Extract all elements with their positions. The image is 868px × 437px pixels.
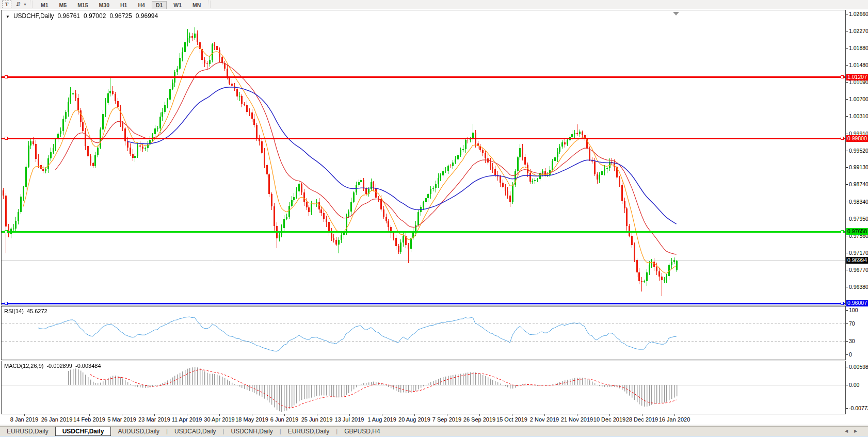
price-tick-mark [846, 134, 848, 134]
ohlc-open: 0.96761 [58, 12, 80, 20]
macd-tick-label: 0.005986 [849, 364, 868, 370]
timeframe-button-w1[interactable]: W1 [169, 1, 186, 9]
date-tick-mark [609, 414, 610, 416]
price-tick-label: 1.02270 [849, 28, 868, 34]
price-flag-0.99800: 0.99800 [846, 135, 868, 142]
timeframe-button-m15[interactable]: M15 [73, 1, 92, 9]
timeframe-button-h1[interactable]: H1 [116, 1, 131, 9]
chart-tab-usdcad-daily[interactable]: USDCAD,Daily [168, 427, 223, 435]
tab-scroll-right-button[interactable]: ▶ [853, 429, 859, 434]
price-tick-label: 0.99520 [849, 148, 868, 154]
date-tick-mark [187, 414, 187, 416]
chart-tab-eurusd-daily[interactable]: EURUSD,Daily [0, 427, 55, 435]
price-flag-1.01207: 1.01207 [846, 74, 868, 80]
macd-tick-mark [846, 367, 848, 367]
date-tick-mark [284, 414, 285, 416]
price-tick-mark [846, 287, 848, 287]
chart-tab-eurusd-daily[interactable]: EURUSD,Daily [281, 427, 336, 435]
toolbar: T ⇵ ▼ M1M5M15M30H1H4D1W1MN [0, 0, 868, 9]
macd-tick-label: -0.007737 [849, 405, 868, 411]
timeframe-button-m30[interactable]: M30 [95, 1, 114, 9]
chart-tab-gbpusd-h4[interactable]: GBPUSD,H4 [337, 427, 387, 435]
price-tick-mark [846, 65, 848, 66]
price-tick-mark [846, 48, 848, 48]
rsi-tick-label: 70 [849, 320, 855, 327]
price-tick-label: 0.97950 [849, 216, 868, 222]
price-flag-0.97658: 0.97658 [846, 228, 868, 235]
date-tick-mark [382, 414, 382, 416]
price-tick-mark [846, 219, 848, 219]
tab-scroll-left-button[interactable]: ◀ [843, 429, 849, 434]
rsi-tick-mark [846, 310, 848, 311]
chart-tab-usdchf-daily[interactable]: USDCHF,Daily [55, 427, 111, 436]
chevron-down-icon[interactable]: ▼ [23, 3, 27, 6]
ohlc-close: 0.96994 [136, 12, 158, 20]
rsi-tick-mark [846, 354, 848, 355]
date-tick-mark [219, 414, 220, 416]
date-tick-mark [577, 414, 577, 416]
rsi-tick-mark [846, 323, 848, 324]
price-tick-mark [846, 167, 848, 168]
timeframe-button-m5[interactable]: M5 [55, 1, 71, 9]
date-tick-mark [89, 414, 90, 416]
price-tick-label: 0.98740 [849, 181, 868, 187]
rsi-name: RSI(14) [4, 308, 24, 314]
arrows-sort-icon[interactable]: ⇵ [13, 1, 23, 8]
timeframe-button-mn[interactable]: MN [188, 1, 205, 9]
price-tick-label: 1.00700 [849, 96, 868, 102]
rsi-tick-label: 0 [849, 351, 852, 358]
date-tick-mark [57, 414, 57, 416]
price-tick-mark [846, 236, 848, 236]
ohlc-low: 0.96725 [109, 12, 132, 20]
timeframe-button-m1[interactable]: M1 [37, 1, 53, 9]
price-tick-label: 0.98340 [849, 199, 868, 205]
chart-symbol: USDCHF,Daily [13, 12, 54, 20]
macd-canvas[interactable] [2, 361, 845, 414]
date-axis[interactable]: 8 Jan 201926 Jan 201914 Feb 20195 Mar 20… [1, 414, 846, 425]
toolbar-separator [30, 1, 33, 8]
price-tick-mark [846, 253, 848, 253]
date-tick-mark [349, 414, 350, 416]
price-tick-mark [846, 116, 848, 117]
main-chart-canvas[interactable] [2, 10, 845, 305]
ohlc-high: 0.97002 [84, 12, 106, 20]
date-tick-mark [252, 414, 252, 416]
timeframe-button-h4[interactable]: H4 [134, 1, 149, 9]
price-tick-mark [846, 151, 848, 151]
main-chart-panel: ▼USDCHF,Daily0.967610.970020.967250.9699… [1, 10, 846, 305]
date-tick-mark [674, 414, 675, 416]
rsi-canvas[interactable] [2, 306, 845, 360]
date-tick-mark [512, 414, 512, 416]
date-tick-mark [479, 414, 480, 416]
symbol-dropdown-icon[interactable]: ▼ [6, 14, 10, 19]
price-flag-0.96994: 0.96994 [846, 257, 868, 264]
price-tick-mark [846, 14, 848, 14]
price-tick-mark [846, 82, 848, 83]
price-tick-mark [846, 270, 848, 270]
date-tick-mark [317, 414, 317, 416]
macd-label: MACD(12,26,9)-0.002899-0.003484 [4, 363, 104, 369]
timeframe-button-d1[interactable]: D1 [152, 1, 167, 9]
price-tick-label: 1.00310 [849, 113, 868, 119]
date-label: 16 Jan 2020 [654, 416, 695, 423]
rsi-tick-label: 100 [849, 307, 858, 313]
price-tick-label: 1.01880 [849, 45, 868, 51]
rsi-tick-label: 30 [849, 338, 855, 344]
price-flag-0.96007: 0.96007 [846, 300, 868, 306]
macd-value-main: -0.002899 [46, 363, 72, 369]
price-tick-label: 0.96380 [849, 284, 868, 290]
rsi-value: 45.6272 [27, 308, 47, 314]
macd-tick-mark [846, 408, 848, 409]
chart-tab-audusd-daily[interactable]: AUDUSD,Daily [111, 427, 166, 435]
text-tool-button[interactable]: T [2, 1, 11, 8]
price-tick-label: 1.01480 [849, 62, 868, 68]
macd-panel: MACD(12,26,9)-0.002899-0.003484 [1, 361, 846, 414]
date-tick-mark [122, 414, 122, 416]
timeframe-button-group: M1M5M15M30H1H4D1W1MN [34, 0, 205, 9]
date-tick-mark [24, 414, 25, 416]
date-tick-mark [414, 414, 415, 416]
chart-tab-usdcnh-daily[interactable]: USDCNH,Daily [224, 427, 279, 435]
price-tick-mark [846, 31, 848, 31]
rsi-tick-mark [846, 341, 848, 342]
macd-tick-label: 0.00 [849, 382, 859, 388]
